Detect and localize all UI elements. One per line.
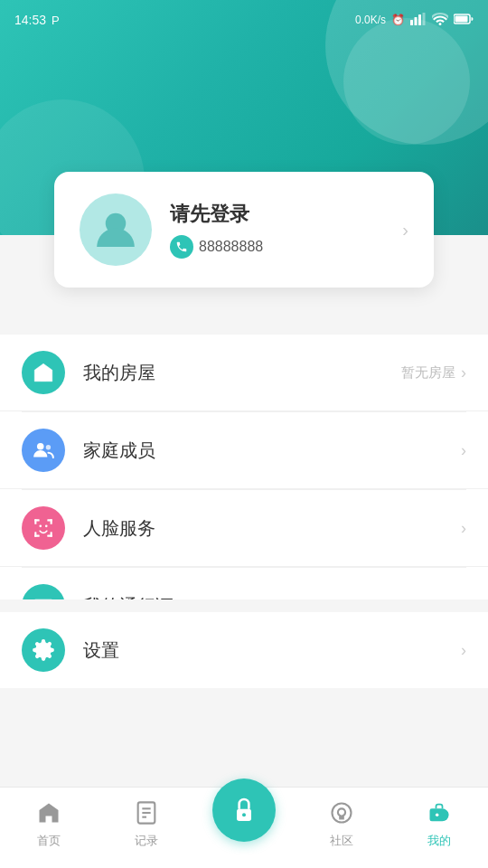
svg-point-34	[436, 814, 439, 817]
face-scan-icon	[32, 516, 55, 540]
phone-number: 88888888	[199, 239, 263, 255]
mine-tab-icon-area	[423, 797, 455, 829]
mine-icon	[427, 800, 452, 826]
my-house-label: 我的房屋	[83, 361, 401, 385]
community-tab-label: 社区	[330, 833, 353, 849]
menu-item-settings[interactable]: 设置 ›	[0, 612, 488, 688]
svg-rect-1	[415, 17, 418, 25]
settings-arrow-icon: ›	[461, 641, 466, 660]
wifi-icon	[432, 13, 448, 28]
tab-item-community[interactable]: 社区	[293, 797, 390, 849]
community-icon	[329, 800, 354, 826]
svg-rect-3	[423, 13, 426, 25]
settings-icon-wrap	[22, 628, 65, 672]
phone-icon	[175, 241, 188, 253]
menu-item-my-house[interactable]: 我的房屋 暂无房屋 ›	[0, 335, 488, 411]
profile-card[interactable]: 请先登录 88888888 ›	[54, 172, 434, 288]
family-arrow-icon: ›	[461, 441, 466, 460]
profile-info: 请先登录 88888888	[170, 201, 384, 259]
family-icon-wrap	[22, 429, 65, 472]
svg-rect-15	[51, 519, 52, 524]
menu-item-family[interactable]: 家庭成员 ›	[0, 412, 488, 489]
svg-point-10	[37, 443, 44, 450]
menu-section-1: 我的房屋 暂无房屋 › 家庭成员 ›	[0, 335, 488, 644]
home-tab-label: 首页	[37, 833, 61, 849]
family-right: ›	[461, 441, 466, 460]
my-house-status: 暂无房屋	[401, 364, 455, 382]
building-icon	[32, 361, 55, 384]
lock-icon	[230, 796, 258, 825]
people-icon	[32, 439, 55, 462]
records-tab-label: 记录	[135, 833, 158, 849]
status-bar: 14:53 P 0.0K/s ⏰	[0, 0, 488, 40]
menu-separator	[0, 599, 488, 612]
home-tab-icon-area	[33, 797, 65, 829]
my-house-right: 暂无房屋 ›	[401, 363, 466, 382]
clock-icon: ⏰	[391, 14, 405, 26]
face-label: 人脸服务	[83, 516, 461, 541]
svg-rect-8	[36, 371, 39, 373]
menu-item-face[interactable]: 人脸服务 ›	[0, 490, 488, 567]
svg-rect-0	[410, 20, 413, 25]
my-house-arrow-icon: ›	[461, 363, 466, 382]
profile-chevron-icon: ›	[402, 220, 408, 241]
time-display: 14:53	[14, 13, 46, 27]
face-arrow-icon: ›	[461, 519, 466, 538]
tab-item-mine[interactable]: 我的	[390, 797, 488, 849]
profile-phone-row: 88888888	[170, 235, 384, 259]
tab-item-records[interactable]: 记录	[98, 797, 195, 849]
profile-name: 请先登录	[170, 201, 384, 228]
community-tab-icon-area	[325, 797, 358, 829]
user-silhouette-icon	[92, 206, 139, 253]
tab-item-lock[interactable]	[195, 797, 293, 842]
svg-point-21	[45, 525, 48, 528]
svg-rect-2	[418, 14, 421, 25]
face-right: ›	[461, 519, 466, 538]
tab-item-home[interactable]: 首页	[0, 797, 98, 849]
avatar	[80, 193, 152, 266]
svg-rect-19	[51, 532, 52, 536]
family-label: 家庭成员	[83, 439, 461, 463]
lock-tab-center	[212, 778, 276, 842]
svg-rect-9	[47, 371, 50, 373]
settings-right: ›	[461, 641, 466, 660]
phone-icon-bg	[170, 235, 193, 259]
settings-label: 设置	[83, 638, 461, 663]
svg-point-11	[46, 445, 51, 449]
menu-section-2: 设置 ›	[0, 612, 488, 688]
svg-rect-7	[41, 374, 47, 382]
my-house-icon-wrap	[22, 351, 65, 394]
svg-rect-13	[34, 519, 36, 524]
svg-rect-17	[34, 532, 36, 536]
home-icon	[36, 800, 61, 826]
svg-point-20	[39, 525, 42, 528]
battery-icon	[454, 14, 474, 27]
records-icon	[134, 800, 159, 826]
mine-tab-label: 我的	[427, 833, 451, 849]
tab-bar: 首页 记录	[0, 787, 488, 868]
parking-icon: P	[52, 14, 60, 27]
network-speed: 0.0K/s	[355, 14, 386, 26]
gear-icon	[32, 638, 55, 662]
signal-icon	[410, 13, 427, 28]
svg-rect-5	[455, 15, 468, 22]
face-icon-wrap	[22, 506, 65, 550]
records-tab-icon-area	[130, 797, 163, 829]
svg-point-32	[242, 813, 246, 816]
